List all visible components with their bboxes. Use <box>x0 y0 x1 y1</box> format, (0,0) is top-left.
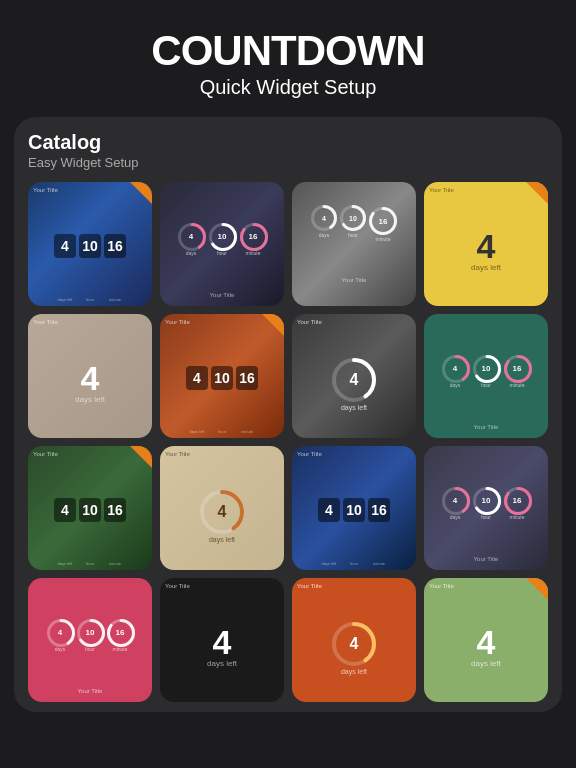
widget-item[interactable]: Your Title 4 days left <box>292 314 416 438</box>
widget-item[interactable]: Your Title 4 10 16 days left hour minute <box>28 446 152 570</box>
widget-item[interactable]: Your Title 4 10 16 days left hour minute <box>160 314 284 438</box>
widget-item[interactable]: Your Title 4 10 16 days left hour minute <box>28 182 152 306</box>
widget-grid: Your Title 4 10 16 days left hour minute <box>28 182 548 702</box>
widget-item[interactable]: Your Title 4 days left <box>160 446 284 570</box>
widget-item[interactable]: Your Title 4 days left <box>424 578 548 702</box>
widget-item[interactable]: Your Title 4 days left <box>424 182 548 306</box>
widget-item[interactable]: Your Title 4 days left <box>160 578 284 702</box>
app-subtitle: Quick Widget Setup <box>20 76 556 99</box>
widget-item[interactable]: 4 days 10 hour <box>292 182 416 306</box>
catalog-card: Catalog Easy Widget Setup Your Title 4 1… <box>14 117 562 712</box>
widget-item[interactable]: 4 days 10 hour <box>424 314 548 438</box>
catalog-subtitle: Easy Widget Setup <box>28 155 548 170</box>
corner-tag <box>526 578 548 600</box>
app-title: COUNTDOWN <box>20 28 556 74</box>
widget-item[interactable]: Your Title 4 days left <box>28 314 152 438</box>
corner-tag <box>262 314 284 336</box>
header: COUNTDOWN Quick Widget Setup <box>0 0 576 117</box>
widget-item[interactable]: 4 days 10 hour <box>28 578 152 702</box>
corner-tag <box>526 182 548 204</box>
corner-tag <box>130 446 152 468</box>
widget-item[interactable]: Your Title 4 10 16 days left hour minute <box>292 446 416 570</box>
corner-tag <box>130 182 152 204</box>
widget-item[interactable]: Your Title 4 days left <box>292 578 416 702</box>
catalog-title: Catalog <box>28 131 548 154</box>
widget-item[interactable]: 4 days 10 hour <box>160 182 284 306</box>
widget-item[interactable]: 4 days 10 hour <box>424 446 548 570</box>
